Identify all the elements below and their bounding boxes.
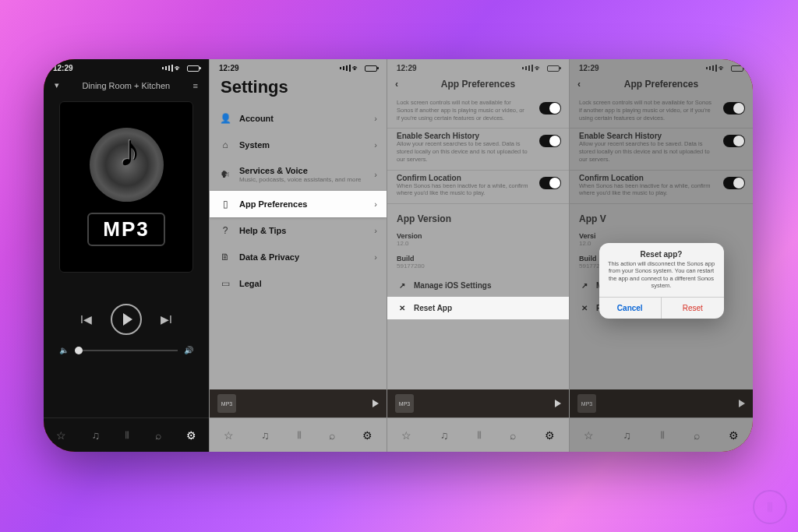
status-icons: ᯤ xyxy=(162,64,200,72)
tab-bar: ☆ ♫ ⫴ ⌕ ⚙ xyxy=(44,417,209,452)
tab-bar: ☆♫⫴⌕⚙ xyxy=(210,417,387,452)
dialog-title: Reset app? xyxy=(599,243,724,260)
action-reset-app[interactable]: ✕Reset App xyxy=(387,297,569,319)
pref-confirm-location: Confirm LocationWhen Sonos has been inac… xyxy=(387,171,569,205)
volume-low-icon: 🔈 xyxy=(59,346,69,354)
room-selector[interactable]: ▾ Dining Room + Kitchen ≡ xyxy=(44,74,209,97)
dialog-cancel-button[interactable]: Cancel xyxy=(599,298,662,319)
pref-lock-screen: Lock screen controls will not be availab… xyxy=(387,96,569,129)
status-time: 12:29 xyxy=(53,64,73,72)
mini-player[interactable]: MP3 xyxy=(387,389,569,417)
dialog-message: This action will disconnect the Sonos ap… xyxy=(599,260,724,297)
room-name: Dining Room + Kitchen xyxy=(82,81,170,90)
phone-icon: ▯ xyxy=(219,199,231,210)
pane-app-prefs: 12:29 ᯤ ‹App Preferences Lock screen con… xyxy=(387,59,569,452)
action-manage-ios[interactable]: ↗Manage iOS Settings xyxy=(387,274,569,297)
close-icon: ✕ xyxy=(397,304,408,312)
row-help[interactable]: ?Help & Tips› xyxy=(210,217,387,244)
tab-music[interactable]: ♫ xyxy=(91,429,100,442)
play-icon[interactable] xyxy=(373,400,379,407)
row-app-preferences[interactable]: ▯App Preferences› xyxy=(210,191,387,217)
watermark-logo: ⫴ xyxy=(753,490,787,524)
external-icon: ↗ xyxy=(397,281,408,290)
status-bar: 12:29 ᯤ xyxy=(210,59,387,74)
album-label: MP3 xyxy=(87,213,164,246)
privacy-icon: 🗎 xyxy=(219,252,231,262)
book-icon: ▭ xyxy=(219,278,231,289)
tab-favorites[interactable]: ☆ xyxy=(56,429,66,442)
toggle-location[interactable] xyxy=(539,177,561,189)
album-art: ♪ MP3 xyxy=(59,101,193,273)
wifi-icon: ᯤ xyxy=(175,64,182,72)
home-icon: ⌂ xyxy=(219,139,231,150)
menu-icon: ≡ xyxy=(193,81,198,90)
row-data-privacy[interactable]: 🗎Data & Privacy› xyxy=(210,244,387,270)
voice-icon: 🗣 xyxy=(219,169,231,180)
nav-title: ‹App Preferences xyxy=(387,74,569,96)
person-icon: 👤 xyxy=(219,113,231,124)
battery-icon xyxy=(187,65,200,72)
row-system[interactable]: ⌂System› xyxy=(210,132,387,158)
row-version: Version12.0 xyxy=(387,229,569,252)
next-button[interactable]: ▶I xyxy=(161,313,172,326)
row-account[interactable]: 👤Account› xyxy=(210,105,387,132)
tab-rooms[interactable]: ⫴ xyxy=(125,428,129,442)
play-button[interactable] xyxy=(111,304,142,335)
chevron-right-icon: › xyxy=(374,114,377,123)
help-icon: ? xyxy=(219,225,231,236)
tab-settings[interactable]: ⚙ xyxy=(362,429,373,442)
row-build: Build59177280 xyxy=(387,252,569,274)
volume-slider[interactable]: 🔈 🔊 xyxy=(59,346,193,354)
pane-now-playing: 12:29 ᯤ ▾ Dining Room + Kitchen ≡ ♪ MP3 … xyxy=(44,59,209,452)
back-button[interactable]: ‹ xyxy=(395,79,398,90)
tab-favorites[interactable]: ☆ xyxy=(224,429,234,442)
reset-dialog: Reset app? This action will disconnect t… xyxy=(599,243,724,319)
pane-settings: 12:29 ᯤ Settings 👤Account› ⌂System› 🗣Ser… xyxy=(209,59,387,452)
playback-controls: I◀ ▶I xyxy=(44,304,209,335)
pane-app-prefs-dialog: 12:29 ᯤ ‹App Preferences Lock screen con… xyxy=(569,59,753,452)
tab-settings[interactable]: ⚙ xyxy=(186,429,196,442)
row-services[interactable]: 🗣Services & VoiceMusic, podcasts, voice … xyxy=(210,158,387,191)
dialog-reset-button[interactable]: Reset xyxy=(662,298,724,319)
section-app-version: App Version xyxy=(387,204,569,229)
settings-title: Settings xyxy=(210,74,387,105)
row-legal[interactable]: ▭Legal xyxy=(210,270,387,297)
mini-player[interactable]: MP3 xyxy=(210,389,387,417)
device-frame: 12:29 ᯤ ▾ Dining Room + Kitchen ≡ ♪ MP3 … xyxy=(44,59,753,452)
tab-search[interactable]: ⌕ xyxy=(155,429,161,442)
volume-high-icon: 🔊 xyxy=(184,346,193,354)
pref-search-history: Enable Search HistoryAllow your recent s… xyxy=(387,129,569,170)
prev-button[interactable]: I◀ xyxy=(80,313,92,326)
toggle-lock[interactable] xyxy=(539,102,561,115)
status-bar: 12:29 ᯤ xyxy=(44,59,209,74)
toggle-search[interactable] xyxy=(539,135,561,147)
music-note-icon: ♪ xyxy=(118,124,141,176)
